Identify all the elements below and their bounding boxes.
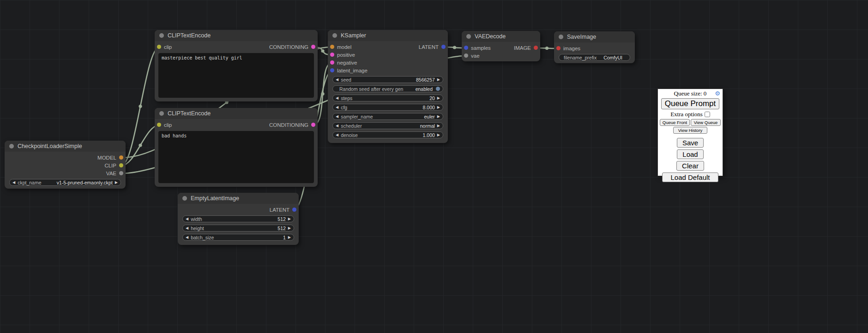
node-checkpoint-loader-simple[interactable]: CheckpointLoaderSimple MODEL CLIP VAE ◀ … <box>5 141 126 189</box>
cfg-widget[interactable]: ◀ cfg 8.000 ▶ <box>332 104 443 111</box>
node-empty-latent-image[interactable]: EmptyLatentImage LATENT ◀ width 512 ▶ ◀ … <box>178 193 299 245</box>
input-slot-samples[interactable]: samples <box>462 45 491 51</box>
input-slot-negative[interactable]: negative <box>328 60 357 65</box>
node-ksampler[interactable]: KSampler model LATENT positive negative <box>328 30 448 143</box>
batch-size-widget[interactable]: ◀ batch_size 1 ▶ <box>182 234 294 241</box>
input-slot-images[interactable]: images <box>554 46 580 51</box>
model-slot-dot[interactable] <box>119 155 123 160</box>
node-vae-decode[interactable]: VAEDecode samples IMAGE vae <box>462 31 540 61</box>
latent-slot-dot[interactable] <box>292 208 296 212</box>
comfyui-canvas[interactable]: { "canvas": { "width": 1880, "height": 7… <box>0 0 868 333</box>
clip-slot-dot[interactable] <box>157 123 161 127</box>
decrement-arrow-icon[interactable]: ◀ <box>186 236 188 239</box>
increment-arrow-icon[interactable]: ▶ <box>437 106 440 109</box>
positive-prompt-textarea[interactable]: masterpiece best quality girl <box>158 53 314 98</box>
queue-prompt-button[interactable]: Queue Prompt <box>661 98 719 109</box>
node-clip-text-encode-positive[interactable]: CLIPTextEncode clip CONDITIONING masterp… <box>155 30 318 101</box>
input-slot-model[interactable]: model <box>328 44 351 50</box>
output-slot-conditioning[interactable]: CONDITIONING <box>269 122 315 128</box>
save-button[interactable]: Save <box>677 138 704 148</box>
output-slot-clip[interactable]: CLIP <box>104 163 123 168</box>
increment-arrow-icon[interactable]: ▶ <box>288 226 291 230</box>
settings-gear-icon[interactable]: ⚙ <box>715 90 720 96</box>
increment-arrow-icon[interactable]: ▶ <box>288 217 291 221</box>
latent-slot-dot[interactable] <box>441 45 446 49</box>
vae-slot-dot[interactable] <box>464 54 468 58</box>
output-slot-model[interactable]: MODEL <box>97 155 123 161</box>
view-queue-button[interactable]: View Queue <box>691 119 721 126</box>
conditioning-slot-dot[interactable] <box>311 45 315 49</box>
load-button[interactable]: Load <box>677 149 703 159</box>
vae-slot-dot[interactable] <box>119 171 123 175</box>
latent-slot-dot[interactable] <box>330 68 334 72</box>
clear-button[interactable]: Clear <box>676 161 704 171</box>
clip-slot-dot[interactable] <box>119 163 123 167</box>
decrement-arrow-icon[interactable]: ◀ <box>336 106 338 109</box>
node-collapse-dot-icon[interactable] <box>159 33 164 38</box>
increment-arrow-icon[interactable]: ▶ <box>437 133 440 137</box>
output-slot-latent[interactable]: LATENT <box>270 207 296 213</box>
node-title-bar[interactable]: KSampler <box>328 30 448 41</box>
node-collapse-dot-icon[interactable] <box>159 111 164 116</box>
image-slot-dot[interactable] <box>534 46 538 50</box>
steps-widget[interactable]: ◀ steps 20 ▶ <box>332 95 443 101</box>
load-default-button[interactable]: Load Default <box>662 172 718 182</box>
node-title-bar[interactable]: CLIPTextEncode <box>155 108 318 119</box>
node-save-image[interactable]: SaveImage images filename_prefix ComfyUI <box>554 31 635 63</box>
extra-options-checkbox[interactable] <box>705 112 710 117</box>
input-slot-latent-image[interactable]: latent_image <box>328 68 368 73</box>
scheduler-widget[interactable]: ◀ scheduler normal ▶ <box>332 122 443 129</box>
decrement-arrow-icon[interactable]: ◀ <box>336 78 338 82</box>
conditioning-slot-dot[interactable] <box>311 123 315 127</box>
negative-prompt-textarea[interactable]: bad hands <box>158 131 314 183</box>
decrement-arrow-icon[interactable]: ◀ <box>336 115 338 119</box>
latent-slot-dot[interactable] <box>464 46 468 50</box>
ckpt-name-widget[interactable]: ◀ ckpt_name v1-5-pruned-emaonly.ckpt ▶ <box>9 179 121 186</box>
input-slot-positive[interactable]: positive <box>328 52 355 58</box>
decrement-arrow-icon[interactable]: ◀ <box>12 181 15 184</box>
node-collapse-dot-icon[interactable] <box>559 35 563 39</box>
increment-arrow-icon[interactable]: ▶ <box>115 181 118 184</box>
model-slot-dot[interactable] <box>330 45 334 49</box>
input-slot-clip[interactable]: clip <box>155 122 172 128</box>
clip-slot-dot[interactable] <box>157 45 161 49</box>
random-seed-toggle-widget[interactable]: Random seed after every gen enabled <box>332 85 443 92</box>
node-collapse-dot-icon[interactable] <box>332 33 337 38</box>
increment-arrow-icon[interactable]: ▶ <box>288 236 291 239</box>
node-collapse-dot-icon[interactable] <box>9 144 14 149</box>
decrement-arrow-icon[interactable]: ◀ <box>336 96 338 100</box>
output-slot-latent[interactable]: LATENT <box>419 44 446 50</box>
node-clip-text-encode-negative[interactable]: CLIPTextEncode clip CONDITIONING bad han… <box>155 108 318 187</box>
node-title-bar[interactable]: CheckpointLoaderSimple <box>5 141 126 152</box>
output-slot-vae[interactable]: VAE <box>106 171 123 176</box>
node-title-bar[interactable]: EmptyLatentImage <box>178 193 299 204</box>
node-collapse-dot-icon[interactable] <box>182 196 187 201</box>
decrement-arrow-icon[interactable]: ◀ <box>336 133 338 137</box>
input-slot-vae[interactable]: vae <box>462 53 480 59</box>
node-title-bar[interactable]: CLIPTextEncode <box>155 30 318 41</box>
node-collapse-dot-icon[interactable] <box>466 34 471 39</box>
filename-prefix-widget[interactable]: filename_prefix ComfyUI <box>559 54 630 61</box>
view-history-button[interactable]: View History <box>673 127 708 134</box>
conditioning-slot-dot[interactable] <box>330 60 334 65</box>
seed-widget[interactable]: ◀ seed 8566257 ▶ <box>332 76 443 83</box>
node-title-bar[interactable]: SaveImage <box>554 31 635 42</box>
width-widget[interactable]: ◀ width 512 ▶ <box>182 215 294 222</box>
increment-arrow-icon[interactable]: ▶ <box>437 115 440 119</box>
toggle-indicator-icon[interactable] <box>436 87 440 91</box>
node-title-bar[interactable]: VAEDecode <box>462 31 540 42</box>
height-widget[interactable]: ◀ height 512 ▶ <box>182 225 294 232</box>
image-slot-dot[interactable] <box>556 46 561 50</box>
decrement-arrow-icon[interactable]: ◀ <box>336 124 338 128</box>
conditioning-slot-dot[interactable] <box>330 53 334 57</box>
increment-arrow-icon[interactable]: ▶ <box>437 124 440 128</box>
increment-arrow-icon[interactable]: ▶ <box>437 78 440 82</box>
output-slot-conditioning[interactable]: CONDITIONING <box>269 44 315 50</box>
sampler-name-widget[interactable]: ◀ sampler_name euler ▶ <box>332 113 443 120</box>
increment-arrow-icon[interactable]: ▶ <box>437 96 440 100</box>
decrement-arrow-icon[interactable]: ◀ <box>186 217 188 221</box>
queue-front-button[interactable]: Queue Front <box>660 119 690 126</box>
output-slot-image[interactable]: IMAGE <box>514 45 538 51</box>
denoise-widget[interactable]: ◀ denoise 1.000 ▶ <box>332 131 443 138</box>
input-slot-clip[interactable]: clip <box>155 44 172 50</box>
